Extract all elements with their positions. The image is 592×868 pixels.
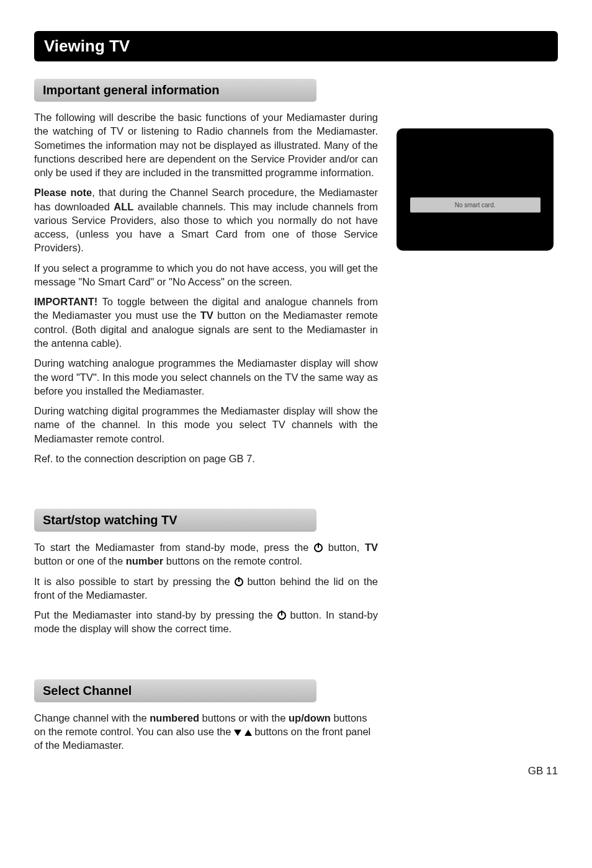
power-icon xyxy=(314,544,323,552)
power-icon xyxy=(235,578,243,586)
tv-screenshot: No smart card. xyxy=(397,128,554,251)
text-all: ALL xyxy=(114,201,133,212)
text-important-label: IMPORTANT! xyxy=(34,296,97,307)
content-row: Important general information The follow… xyxy=(34,79,558,759)
para-select-1: Change channel with the numbered buttons… xyxy=(34,711,378,753)
para-important-4: IMPORTANT! To toggle between the digital… xyxy=(34,295,378,350)
text-tv: TV xyxy=(200,310,213,321)
text: buttons or with the xyxy=(199,712,289,723)
section-important: Important general information The follow… xyxy=(34,79,378,465)
text: It is also possible to start by pressing… xyxy=(34,576,235,587)
power-icon xyxy=(277,611,286,620)
para-startstop-1: To start the Mediamaster from stand-by m… xyxy=(34,540,378,568)
text-updown: up/down xyxy=(289,712,331,723)
left-column: Important general information The follow… xyxy=(34,79,378,759)
text-number: number xyxy=(126,555,164,566)
text: button, xyxy=(323,542,365,553)
para-important-5: During watching analogue programmes the … xyxy=(34,356,378,398)
para-important-7: Ref. to the connection description on pa… xyxy=(34,452,378,465)
tv-banner-message: No smart card. xyxy=(410,197,540,213)
text-please-note: Please note xyxy=(34,187,92,198)
triangle-down-icon xyxy=(234,730,241,736)
right-column: No smart card. xyxy=(397,79,558,759)
text-tv: TV xyxy=(365,542,378,553)
para-startstop-3: Put the Mediamaster into stand-by by pre… xyxy=(34,608,378,636)
text: button or one of the xyxy=(34,555,126,566)
triangle-up-icon xyxy=(244,730,252,736)
para-important-6: During watching digital programmes the M… xyxy=(34,404,378,445)
heading-select: Select Channel xyxy=(34,679,316,702)
text: Change channel with the xyxy=(34,712,150,723)
text: To start the Mediamaster from stand-by m… xyxy=(34,542,314,553)
page-number: GB 11 xyxy=(34,765,558,777)
heading-important: Important general information xyxy=(34,79,316,102)
text: buttons on the remote control. xyxy=(163,555,302,566)
text: Put the Mediamaster into stand-by by pre… xyxy=(34,609,277,620)
text-numbered: numbered xyxy=(150,712,199,723)
page-title: Viewing TV xyxy=(34,31,558,61)
para-important-1: The following will describe the basic fu… xyxy=(34,110,378,179)
section-select: Select Channel Change channel with the n… xyxy=(34,679,378,753)
section-startstop: Start/stop watching TV To start the Medi… xyxy=(34,509,378,636)
para-important-2: Please note, that during the Channel Sea… xyxy=(34,186,378,254)
heading-startstop: Start/stop watching TV xyxy=(34,509,316,532)
para-startstop-2: It is also possible to start by pressing… xyxy=(34,575,378,602)
para-important-3: If you select a programme to which you d… xyxy=(34,261,378,289)
